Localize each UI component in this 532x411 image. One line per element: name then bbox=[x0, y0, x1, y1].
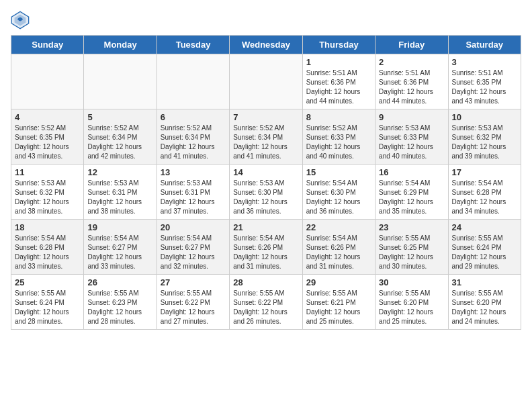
day-info: Sunrise: 5:55 AM Sunset: 6:21 PM Dayligh… bbox=[306, 289, 371, 326]
day-info: Sunrise: 5:52 AM Sunset: 6:35 PM Dayligh… bbox=[15, 124, 80, 161]
calendar-cell: 23Sunrise: 5:55 AM Sunset: 6:25 PM Dayli… bbox=[375, 220, 448, 275]
day-number: 31 bbox=[452, 277, 517, 287]
day-info: Sunrise: 5:52 AM Sunset: 6:34 PM Dayligh… bbox=[233, 124, 298, 161]
calendar-cell bbox=[230, 54, 302, 109]
day-info: Sunrise: 5:54 AM Sunset: 6:27 PM Dayligh… bbox=[161, 234, 226, 271]
calendar-week-3: 11Sunrise: 5:53 AM Sunset: 6:32 PM Dayli… bbox=[11, 165, 521, 220]
day-info: Sunrise: 5:54 AM Sunset: 6:30 PM Dayligh… bbox=[306, 179, 371, 216]
day-info: Sunrise: 5:55 AM Sunset: 6:20 PM Dayligh… bbox=[379, 289, 444, 326]
day-number: 28 bbox=[233, 277, 298, 287]
day-number: 6 bbox=[161, 112, 226, 122]
day-number: 29 bbox=[306, 277, 371, 287]
day-number: 22 bbox=[306, 222, 371, 232]
day-info: Sunrise: 5:54 AM Sunset: 6:28 PM Dayligh… bbox=[452, 179, 517, 216]
day-number: 4 bbox=[15, 112, 80, 122]
calendar-cell: 13Sunrise: 5:53 AM Sunset: 6:31 PM Dayli… bbox=[157, 165, 229, 220]
calendar-week-1: 1Sunrise: 5:51 AM Sunset: 6:36 PM Daylig… bbox=[11, 54, 521, 109]
day-info: Sunrise: 5:55 AM Sunset: 6:25 PM Dayligh… bbox=[379, 234, 444, 271]
day-number: 16 bbox=[379, 167, 444, 177]
day-number: 25 bbox=[15, 277, 80, 287]
day-info: Sunrise: 5:51 AM Sunset: 6:35 PM Dayligh… bbox=[452, 68, 517, 106]
day-header-friday: Friday bbox=[375, 36, 448, 54]
day-number: 10 bbox=[452, 112, 517, 122]
day-header-tuesday: Tuesday bbox=[157, 36, 229, 54]
calendar-week-4: 18Sunrise: 5:54 AM Sunset: 6:28 PM Dayli… bbox=[11, 220, 521, 275]
day-info: Sunrise: 5:54 AM Sunset: 6:26 PM Dayligh… bbox=[233, 234, 298, 271]
day-number: 3 bbox=[452, 57, 517, 67]
day-info: Sunrise: 5:54 AM Sunset: 6:28 PM Dayligh… bbox=[15, 234, 80, 271]
calendar-cell: 22Sunrise: 5:54 AM Sunset: 6:26 PM Dayli… bbox=[302, 220, 375, 275]
day-number: 19 bbox=[87, 222, 152, 232]
calendar-cell: 26Sunrise: 5:55 AM Sunset: 6:23 PM Dayli… bbox=[84, 275, 157, 330]
calendar-cell: 17Sunrise: 5:54 AM Sunset: 6:28 PM Dayli… bbox=[448, 165, 521, 220]
day-info: Sunrise: 5:53 AM Sunset: 6:30 PM Dayligh… bbox=[233, 179, 298, 216]
calendar-cell: 15Sunrise: 5:54 AM Sunset: 6:30 PM Dayli… bbox=[302, 165, 375, 220]
day-info: Sunrise: 5:51 AM Sunset: 6:36 PM Dayligh… bbox=[306, 68, 371, 106]
day-info: Sunrise: 5:55 AM Sunset: 6:24 PM Dayligh… bbox=[15, 289, 80, 326]
day-info: Sunrise: 5:55 AM Sunset: 6:22 PM Dayligh… bbox=[233, 289, 298, 326]
day-number: 23 bbox=[379, 222, 444, 232]
calendar-cell: 27Sunrise: 5:55 AM Sunset: 6:22 PM Dayli… bbox=[157, 275, 229, 330]
calendar-cell: 20Sunrise: 5:54 AM Sunset: 6:27 PM Dayli… bbox=[157, 220, 229, 275]
calendar-cell: 7Sunrise: 5:52 AM Sunset: 6:34 PM Daylig… bbox=[230, 109, 302, 165]
day-info: Sunrise: 5:54 AM Sunset: 6:27 PM Dayligh… bbox=[87, 234, 152, 271]
day-number: 17 bbox=[452, 167, 517, 177]
calendar-header-row: SundayMondayTuesdayWednesdayThursdayFrid… bbox=[11, 36, 521, 54]
day-number: 1 bbox=[306, 57, 371, 67]
day-number: 27 bbox=[161, 277, 226, 287]
day-info: Sunrise: 5:53 AM Sunset: 6:32 PM Dayligh… bbox=[452, 124, 517, 161]
calendar-cell: 16Sunrise: 5:54 AM Sunset: 6:29 PM Dayli… bbox=[375, 165, 448, 220]
day-info: Sunrise: 5:55 AM Sunset: 6:24 PM Dayligh… bbox=[452, 234, 517, 271]
day-number: 2 bbox=[379, 57, 444, 67]
calendar-cell: 5Sunrise: 5:52 AM Sunset: 6:34 PM Daylig… bbox=[84, 109, 157, 165]
calendar-cell: 11Sunrise: 5:53 AM Sunset: 6:32 PM Dayli… bbox=[11, 165, 84, 220]
day-info: Sunrise: 5:53 AM Sunset: 6:31 PM Dayligh… bbox=[87, 179, 152, 216]
day-info: Sunrise: 5:53 AM Sunset: 6:31 PM Dayligh… bbox=[161, 179, 226, 216]
calendar-cell: 25Sunrise: 5:55 AM Sunset: 6:24 PM Dayli… bbox=[11, 275, 84, 330]
day-header-saturday: Saturday bbox=[448, 36, 521, 54]
day-number: 8 bbox=[306, 112, 371, 122]
day-number: 12 bbox=[87, 167, 152, 177]
day-header-sunday: Sunday bbox=[11, 36, 84, 54]
day-number: 15 bbox=[306, 167, 371, 177]
calendar-cell: 24Sunrise: 5:55 AM Sunset: 6:24 PM Dayli… bbox=[448, 220, 521, 275]
calendar-cell: 19Sunrise: 5:54 AM Sunset: 6:27 PM Dayli… bbox=[84, 220, 157, 275]
calendar-cell: 31Sunrise: 5:55 AM Sunset: 6:20 PM Dayli… bbox=[448, 275, 521, 330]
day-number: 24 bbox=[452, 222, 517, 232]
day-number: 26 bbox=[87, 277, 152, 287]
day-header-wednesday: Wednesday bbox=[230, 36, 302, 54]
day-info: Sunrise: 5:54 AM Sunset: 6:29 PM Dayligh… bbox=[379, 179, 444, 216]
calendar-cell: 14Sunrise: 5:53 AM Sunset: 6:30 PM Dayli… bbox=[230, 165, 302, 220]
day-info: Sunrise: 5:55 AM Sunset: 6:20 PM Dayligh… bbox=[452, 289, 517, 326]
page-header bbox=[11, 11, 521, 30]
day-header-thursday: Thursday bbox=[302, 36, 375, 54]
day-number: 18 bbox=[15, 222, 80, 232]
calendar-cell: 6Sunrise: 5:52 AM Sunset: 6:34 PM Daylig… bbox=[157, 109, 229, 165]
day-info: Sunrise: 5:53 AM Sunset: 6:33 PM Dayligh… bbox=[379, 124, 444, 161]
day-number: 21 bbox=[233, 222, 298, 232]
day-number: 11 bbox=[15, 167, 80, 177]
calendar-week-2: 4Sunrise: 5:52 AM Sunset: 6:35 PM Daylig… bbox=[11, 109, 521, 165]
day-info: Sunrise: 5:51 AM Sunset: 6:36 PM Dayligh… bbox=[379, 68, 444, 106]
calendar-week-5: 25Sunrise: 5:55 AM Sunset: 6:24 PM Dayli… bbox=[11, 275, 521, 330]
calendar-cell: 4Sunrise: 5:52 AM Sunset: 6:35 PM Daylig… bbox=[11, 109, 84, 165]
calendar-cell: 18Sunrise: 5:54 AM Sunset: 6:28 PM Dayli… bbox=[11, 220, 84, 275]
calendar-cell: 8Sunrise: 5:52 AM Sunset: 6:33 PM Daylig… bbox=[302, 109, 375, 165]
day-info: Sunrise: 5:54 AM Sunset: 6:26 PM Dayligh… bbox=[306, 234, 371, 271]
day-info: Sunrise: 5:55 AM Sunset: 6:23 PM Dayligh… bbox=[87, 289, 152, 326]
calendar-cell: 28Sunrise: 5:55 AM Sunset: 6:22 PM Dayli… bbox=[230, 275, 302, 330]
day-header-monday: Monday bbox=[84, 36, 157, 54]
calendar-cell: 21Sunrise: 5:54 AM Sunset: 6:26 PM Dayli… bbox=[230, 220, 302, 275]
calendar-cell: 3Sunrise: 5:51 AM Sunset: 6:35 PM Daylig… bbox=[448, 54, 521, 109]
calendar-cell: 30Sunrise: 5:55 AM Sunset: 6:20 PM Dayli… bbox=[375, 275, 448, 330]
calendar-cell: 9Sunrise: 5:53 AM Sunset: 6:33 PM Daylig… bbox=[375, 109, 448, 165]
day-number: 9 bbox=[379, 112, 444, 122]
calendar-cell bbox=[84, 54, 157, 109]
day-info: Sunrise: 5:53 AM Sunset: 6:32 PM Dayligh… bbox=[15, 179, 80, 216]
day-number: 7 bbox=[233, 112, 298, 122]
day-number: 20 bbox=[161, 222, 226, 232]
calendar-cell bbox=[11, 54, 84, 109]
day-info: Sunrise: 5:52 AM Sunset: 6:34 PM Dayligh… bbox=[87, 124, 152, 161]
calendar-cell: 2Sunrise: 5:51 AM Sunset: 6:36 PM Daylig… bbox=[375, 54, 448, 109]
day-number: 13 bbox=[161, 167, 226, 177]
